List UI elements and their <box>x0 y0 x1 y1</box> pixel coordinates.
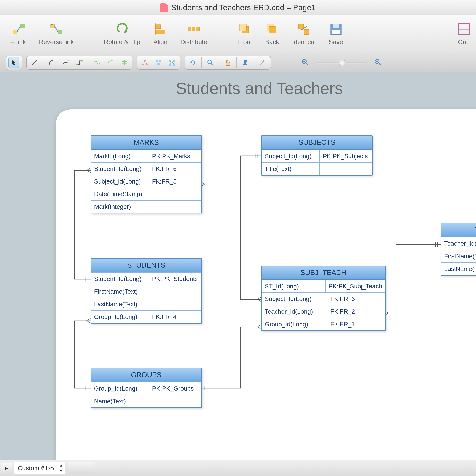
column-key: FK:FR_3 <box>327 292 385 305</box>
front-label: Front <box>237 38 252 46</box>
line-tool[interactable] <box>29 57 40 68</box>
entity-students[interactable]: STUDENTS Student_Id(Long)PK:PK_StudentsF… <box>91 258 202 323</box>
svg-rect-16 <box>298 24 304 29</box>
zoom-in-icon[interactable] <box>374 58 382 67</box>
column-key <box>149 187 201 200</box>
column-field: Student_Id(Long) <box>91 162 149 175</box>
column-field: FirstName(Te <box>441 250 476 262</box>
entity-row: Student_Id(Long)FK:FR_6 <box>91 162 201 175</box>
identical-button[interactable]: Identical <box>292 23 316 46</box>
zoom-slider-thumb[interactable] <box>339 60 345 66</box>
back-button[interactable]: Back <box>265 23 279 46</box>
svg-rect-39 <box>170 64 171 66</box>
stamp-tool[interactable] <box>240 57 251 68</box>
svg-rect-1 <box>20 24 24 28</box>
tool-separator <box>201 57 202 68</box>
entity-row: FirstName(Te <box>441 250 476 262</box>
column-field: Group_Id(Long) <box>262 318 327 330</box>
pan-tool[interactable] <box>222 57 233 68</box>
svg-point-46 <box>244 60 247 63</box>
distribute-button[interactable]: Distribute <box>181 23 207 46</box>
ribbon-toolbar: e link Reverse link Rotate & Flip Align … <box>0 16 476 53</box>
zoom-out-icon[interactable] <box>301 58 309 67</box>
identical-label: Identical <box>292 38 316 46</box>
entity-row: Title(Text) <box>262 162 372 175</box>
front-button[interactable]: Front <box>237 23 252 46</box>
link-icon <box>12 23 25 36</box>
rotate-flip-label: Rotate & Flip <box>104 38 140 46</box>
entity-row: Group_Id(Long)FK:FR_4 <box>91 310 201 323</box>
link-button[interactable]: e link <box>11 23 26 46</box>
connector-tools-group <box>26 56 132 69</box>
tree-layout-tool[interactable] <box>140 57 150 68</box>
arc-tool[interactable] <box>47 57 57 68</box>
entity-marks[interactable]: MARKS MarkId(Long)PK:PK_MarksStudent_Id(… <box>91 135 202 213</box>
entity-groups[interactable]: GROUPS Group_Id(Long)PK:PK_GroupsName(Te… <box>91 368 202 408</box>
zoom-stepper[interactable]: ▴▾ <box>57 462 65 474</box>
bezier-tool[interactable] <box>60 57 71 68</box>
column-field: Teacher_Id(L <box>441 237 476 250</box>
spline-tool[interactable] <box>92 57 102 68</box>
view-mode-1[interactable] <box>68 462 77 474</box>
save-icon <box>329 23 342 36</box>
svg-point-26 <box>76 64 78 65</box>
entity-subjects[interactable]: SUBJECTS Subject_Id(Long)PK:PK_SubjectsT… <box>261 135 373 175</box>
entity-row: Teacher_Id(L <box>441 237 476 250</box>
reverse-link-button[interactable]: Reverse link <box>39 23 74 46</box>
align-button[interactable]: Align <box>153 23 168 46</box>
svg-rect-6 <box>155 25 161 29</box>
column-key <box>149 298 201 310</box>
identical-icon <box>297 23 310 36</box>
refresh-tool[interactable] <box>187 57 198 68</box>
svg-rect-35 <box>159 60 161 62</box>
branch-tool[interactable] <box>119 57 130 68</box>
entity-subj-teach[interactable]: SUBJ_TEACH ST_Id(Long)PK:PK_Subj_TeachSu… <box>261 266 386 331</box>
view-tools-group <box>185 56 271 69</box>
svg-point-31 <box>144 60 146 61</box>
entity-row: Subject_Id(Long)FK:FR_3 <box>262 292 385 305</box>
rotate-flip-button[interactable]: Rotate & Flip <box>104 23 140 46</box>
reverse-link-icon <box>50 23 63 36</box>
svg-line-25 <box>32 60 37 65</box>
distribute-label: Distribute <box>181 38 207 46</box>
eyedropper-tool[interactable] <box>257 57 268 68</box>
entity-teachers[interactable]: T Teacher_Id(LFirstName(TeLastName(Te <box>441 223 476 275</box>
column-field: Student_Id(Long) <box>91 272 149 285</box>
workspace: Students and Teachers <box>0 72 476 460</box>
save-button[interactable]: Save <box>329 23 343 46</box>
tool-separator <box>88 57 88 68</box>
svg-rect-9 <box>188 27 191 31</box>
grid-icon <box>458 23 470 36</box>
svg-rect-37 <box>170 60 171 62</box>
tool-separator <box>43 57 43 68</box>
svg-line-43 <box>211 63 213 65</box>
cluster-layout-tool[interactable] <box>153 57 164 68</box>
entity-header: GROUPS <box>91 368 201 382</box>
column-key: PK:PK_Groups <box>149 382 201 395</box>
document-icon <box>160 3 168 12</box>
view-mode-buttons[interactable] <box>68 462 95 474</box>
zoom-readout[interactable]: Custom 61% ▴▾ <box>14 462 65 474</box>
svg-rect-0 <box>13 30 17 34</box>
smart-connector-tool[interactable] <box>74 57 85 68</box>
zoom-tool[interactable] <box>205 57 216 68</box>
column-field: Subject_Id(Long) <box>262 150 320 162</box>
zoom-slider[interactable] <box>316 62 367 64</box>
ribbon-separator <box>222 20 222 48</box>
canvas-area[interactable]: Students and Teachers <box>43 72 476 460</box>
round-connector-tool[interactable] <box>105 57 116 68</box>
page-prev-button[interactable]: ▸ <box>1 463 12 473</box>
back-icon <box>266 23 279 36</box>
svg-rect-13 <box>240 24 246 31</box>
network-layout-tool[interactable] <box>167 57 178 68</box>
column-field: Group_Id(Long) <box>91 382 149 395</box>
pointer-tool[interactable] <box>8 57 19 68</box>
column-field: Group_Id(Long) <box>91 310 149 323</box>
view-mode-2[interactable] <box>77 462 86 474</box>
column-field: Mark(Integer) <box>91 200 149 213</box>
view-mode-3[interactable] <box>86 462 95 474</box>
entity-row: LastName(Te <box>441 262 476 275</box>
grid-button[interactable]: Grid <box>458 23 470 46</box>
align-icon <box>154 23 167 36</box>
svg-rect-40 <box>173 64 175 66</box>
